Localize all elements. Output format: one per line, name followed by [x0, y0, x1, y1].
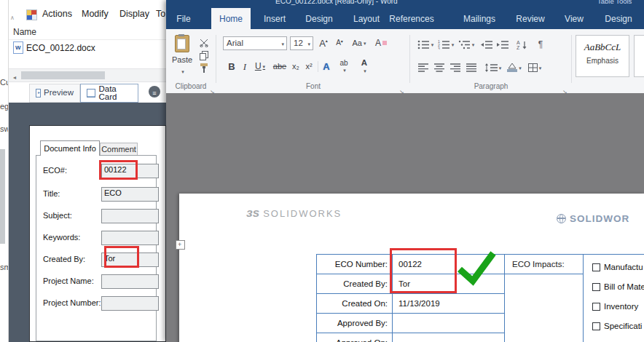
subject-input[interactable]: [101, 209, 159, 223]
increase-indent-button[interactable]: [495, 38, 510, 51]
annotation-green-checkmark: [455, 247, 498, 288]
clear-formatting-button[interactable]: A: [373, 36, 389, 49]
tab-table-design[interactable]: Design: [605, 15, 632, 23]
italic-button[interactable]: I: [240, 60, 249, 73]
file-row[interactable]: ECO_00122.docx: [26, 44, 95, 52]
justify-button[interactable]: [465, 61, 478, 74]
row-label: Created By:: [317, 274, 393, 294]
tab-layout[interactable]: Layout: [353, 15, 380, 23]
shading-button[interactable]: [506, 61, 523, 74]
bold-button[interactable]: B: [226, 60, 237, 73]
column-header-name[interactable]: Name: [13, 28, 36, 36]
horizontal-scrollbar[interactable]: [9, 68, 166, 82]
pdm-app-icon[interactable]: [26, 9, 37, 20]
tab-references[interactable]: References: [389, 15, 433, 23]
tab-insert[interactable]: Insert: [264, 15, 286, 23]
subscript-button[interactable]: x₂: [290, 60, 302, 73]
tab-preview[interactable]: Preview: [29, 84, 80, 103]
copy-icon: [200, 51, 208, 60]
table-move-handle-icon[interactable]: [176, 240, 185, 250]
text-effects-button[interactable]: A: [321, 60, 332, 73]
tab-mailings[interactable]: Mailings: [463, 15, 495, 23]
tab-view[interactable]: View: [565, 15, 584, 23]
paste-button[interactable]: Paste: [169, 33, 195, 81]
checkbox[interactable]: [592, 303, 600, 311]
tree-item-fragment[interactable]: eg: [0, 103, 8, 111]
title-bar: ECO_00122.docx [Read-Only] - Word Table …: [166, 0, 644, 7]
superscript-button[interactable]: x²: [303, 60, 315, 73]
grow-font-button[interactable]: A▴: [316, 36, 331, 49]
list-item: Bill of Mate: [584, 277, 644, 297]
options-button[interactable]: [149, 86, 160, 98]
header-divider: [9, 39, 166, 40]
show-paragraph-marks-button[interactable]: ¶: [535, 38, 546, 51]
format-painter-button[interactable]: [198, 61, 210, 74]
tab-review[interactable]: Review: [516, 15, 544, 23]
font-size-combo[interactable]: 12: [290, 36, 313, 50]
checkbox[interactable]: [592, 263, 600, 271]
scroll-up-icon[interactable]: [10, 10, 15, 22]
highlight-color-button[interactable]: ab: [335, 60, 353, 73]
scroll-left-button[interactable]: [9, 69, 20, 81]
menu-actions[interactable]: Actions: [42, 9, 72, 19]
annotation-red-box-eco: [99, 160, 138, 180]
underline-button[interactable]: U: [252, 60, 268, 73]
row-value[interactable]: [393, 314, 505, 333]
align-right-button[interactable]: [449, 61, 462, 74]
sort-button[interactable]: AZ: [514, 38, 530, 51]
list-item: Document: [584, 336, 644, 342]
tab-home[interactable]: Home: [211, 8, 251, 29]
group-label-clipboard: Clipboard: [166, 83, 216, 90]
strikethrough-button[interactable]: abe: [271, 60, 288, 73]
tree-scrollbar-thumb[interactable]: [0, 149, 5, 244]
group-separator: [216, 35, 216, 83]
field-label: Keywords:: [43, 234, 80, 242]
project-number-input[interactable]: [101, 296, 159, 311]
menu-display[interactable]: Display: [119, 9, 149, 19]
font-name-combo[interactable]: Arial: [223, 36, 287, 50]
align-left-icon: [418, 63, 429, 72]
cut-button[interactable]: [198, 36, 210, 49]
tab-design[interactable]: Design: [305, 15, 332, 23]
card-tab-comment[interactable]: Comment: [100, 143, 138, 155]
solidworks-header-text: SOLIDWOR: [570, 214, 629, 224]
tab-data-card[interactable]: Data Card: [80, 84, 138, 103]
style-name: Emphasis: [586, 57, 619, 65]
change-case-button[interactable]: Aa: [350, 36, 369, 49]
shrink-font-button[interactable]: A▾: [332, 36, 347, 49]
menu-tools[interactable]: To: [156, 9, 165, 19]
checkbox[interactable]: [592, 283, 600, 291]
style-next[interactable]: Ag ¶ T: [634, 35, 644, 77]
project-name-input[interactable]: [101, 274, 159, 289]
tree-item-fragment[interactable]: sm: [0, 263, 8, 271]
chevron-down-icon: [180, 64, 184, 76]
card-tab-document-info[interactable]: Document Info: [40, 140, 100, 156]
copy-button[interactable]: [198, 49, 210, 62]
svg-text:3: 3: [438, 46, 440, 49]
line-spacing-button[interactable]: [484, 61, 503, 74]
align-center-button[interactable]: [433, 61, 446, 74]
grow-font-icon: A: [319, 39, 326, 48]
row-value[interactable]: 11/13/2019: [393, 294, 505, 314]
style-emphasis[interactable]: AaBbCcL Emphasis: [576, 35, 629, 77]
tree-item-fragment[interactable]: Cub: [0, 79, 8, 87]
menu-modify[interactable]: Modify: [82, 9, 109, 19]
sort-icon: AZ: [517, 40, 528, 49]
tree-item-fragment[interactable]: sw: [0, 125, 8, 133]
checkbox[interactable]: [592, 322, 600, 330]
row-value[interactable]: [393, 333, 505, 342]
contextual-tools-label: Table Tools: [597, 0, 632, 5]
tab-data-card-label: Data Card: [98, 85, 132, 102]
numbering-button[interactable]: 123: [437, 38, 455, 51]
svg-text:Z: Z: [517, 45, 520, 49]
multilevel-list-button[interactable]: [458, 38, 475, 51]
keywords-input[interactable]: [101, 231, 159, 245]
title-input[interactable]: ECO: [101, 187, 159, 202]
scrollbar-thumb[interactable]: [21, 71, 105, 79]
borders-button[interactable]: [526, 61, 543, 74]
tab-file[interactable]: File: [176, 15, 190, 23]
decrease-indent-button[interactable]: [479, 38, 494, 51]
bullets-button[interactable]: [417, 38, 434, 51]
font-color-button[interactable]: A: [357, 60, 372, 73]
align-left-button[interactable]: [417, 61, 430, 74]
